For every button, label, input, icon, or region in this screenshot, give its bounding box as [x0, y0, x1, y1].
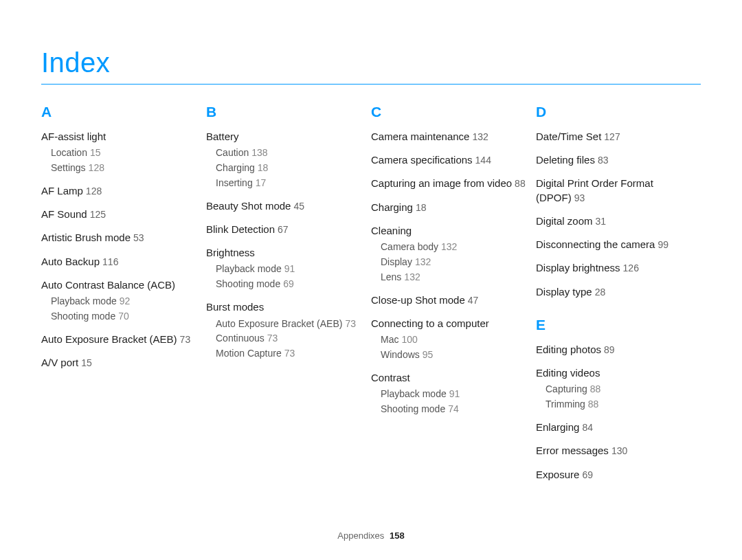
index-entry: Auto Backup116 [41, 255, 199, 269]
page: Index A AF-assist light Location15 Setti… [0, 0, 742, 560]
index-entry: Brightness [206, 246, 364, 260]
index-group: Camera specifications144 [371, 153, 529, 167]
index-group: Battery Caution138 Charging18 Inserting1… [206, 130, 364, 190]
index-entry: Camera specifications144 [371, 153, 529, 167]
footer-label: Appendixes [337, 530, 384, 541]
index-group: Artistic Brush mode53 [41, 231, 199, 245]
index-group: Charging18 [371, 201, 529, 214]
index-group: AF Sound125 [41, 208, 199, 221]
index-group: Disconnecting the camera99 [536, 238, 694, 251]
index-entry: Display type28 [536, 285, 694, 299]
index-group: Enlarging84 [536, 421, 694, 434]
index-group: Editing photos89 [536, 343, 694, 357]
index-entry: Charging18 [371, 201, 529, 214]
letter-heading: B [206, 104, 364, 120]
index-entry: Connecting to a computer [371, 317, 529, 331]
index-sub: Inserting17 [216, 177, 364, 190]
letter-heading: C [371, 104, 529, 120]
index-group: Editing videos Capturing88 Trimming88 [536, 366, 694, 411]
index-sub: Shooting mode74 [381, 403, 529, 416]
index-entry: Close-up Shot mode47 [371, 293, 529, 307]
index-entry: Editing photos89 [536, 343, 694, 357]
index-group: Deleting files83 [536, 153, 694, 167]
col-d-e: D Date/Time Set127 Deleting files83 Digi… [536, 104, 701, 491]
index-entry: Disconnecting the camera99 [536, 238, 694, 251]
index-entry: Artistic Brush mode53 [41, 231, 199, 245]
index-entry: Auto Contrast Balance (ACB) [41, 278, 199, 292]
index-group: Digital zoom31 [536, 214, 694, 228]
index-entry: Enlarging84 [536, 421, 694, 434]
index-sub: Shooting mode70 [51, 310, 199, 323]
index-sub: Trimming88 [546, 398, 694, 411]
index-columns: A AF-assist light Location15 Settings128… [41, 104, 701, 491]
index-sub: Windows95 [381, 348, 529, 361]
index-sub: Mac100 [381, 333, 529, 346]
index-sub: Settings128 [51, 161, 199, 175]
index-entry: Auto Exposure Bracket (AEB)73 [41, 333, 199, 346]
index-sub: Charging18 [216, 161, 364, 175]
index-group: Auto Contrast Balance (ACB) Playback mod… [41, 278, 199, 323]
index-group: Contrast Playback mode91 Shooting mode74 [371, 371, 529, 416]
index-entry: AF-assist light [41, 130, 199, 144]
index-entry: Exposure69 [536, 468, 694, 482]
index-group: Capturing an image from video88 [371, 177, 529, 190]
index-group: Auto Backup116 [41, 255, 199, 269]
index-group: Cleaning Camera body132 Display132 Lens1… [371, 224, 529, 284]
index-sub: Playback mode91 [216, 262, 364, 276]
index-group: Blink Detection67 [206, 223, 364, 236]
index-sub: Auto Exposure Bracket (AEB)73 [216, 317, 364, 331]
index-sub: Shooting mode69 [216, 278, 364, 291]
index-entry: Digital zoom31 [536, 214, 694, 228]
index-entry: Battery [206, 130, 364, 144]
index-group: Camera maintenance132 [371, 130, 529, 144]
col-a: A AF-assist light Location15 Settings128… [41, 104, 206, 491]
letter-heading: A [41, 104, 199, 120]
index-group: Date/Time Set127 [536, 130, 694, 144]
index-sub: Caution138 [216, 146, 364, 159]
index-sub: Lens132 [381, 271, 529, 284]
page-footer: Appendixes 158 [0, 530, 742, 541]
page-title: Index [41, 47, 701, 85]
index-entry: Beauty Shot mode45 [206, 199, 364, 213]
index-group: AF-assist light Location15 Settings128 [41, 130, 199, 175]
index-entry: Camera maintenance132 [371, 130, 529, 144]
index-entry: Capturing an image from video88 [371, 177, 529, 190]
index-entry: Blink Detection67 [206, 223, 364, 236]
index-sub: Camera body132 [381, 240, 529, 254]
index-group: Connecting to a computer Mac100 Windows9… [371, 317, 529, 361]
index-sub: Continuous73 [216, 332, 364, 345]
index-entry: Burst modes [206, 300, 364, 314]
index-entry: Deleting files83 [536, 153, 694, 167]
index-group: Display type28 [536, 285, 694, 299]
index-entry: A/V port15 [41, 356, 199, 370]
index-group: AF Lamp128 [41, 184, 199, 198]
index-sub: Capturing88 [546, 383, 694, 396]
index-sub: Motion Capture73 [216, 347, 364, 360]
index-sub: Display132 [381, 256, 529, 269]
index-entry: Date/Time Set127 [536, 130, 694, 144]
index-sub: Playback mode91 [381, 388, 529, 401]
index-entry: Digital Print Order Format (DPOF)93 [536, 177, 694, 205]
index-entry: Editing videos [536, 366, 694, 380]
col-b: B Battery Caution138 Charging18 Insertin… [206, 104, 371, 491]
index-group: Beauty Shot mode45 [206, 199, 364, 213]
index-group: Close-up Shot mode47 [371, 293, 529, 307]
index-group: Brightness Playback mode91 Shooting mode… [206, 246, 364, 291]
index-entry: Contrast [371, 371, 529, 385]
index-entry: AF Sound125 [41, 208, 199, 221]
index-group: Display brightness126 [536, 261, 694, 275]
index-group: Exposure69 [536, 468, 694, 482]
index-entry: Cleaning [371, 224, 529, 238]
index-entry: AF Lamp128 [41, 184, 199, 198]
index-sub: Playback mode92 [51, 295, 199, 308]
letter-heading: D [536, 104, 694, 120]
index-group: Auto Exposure Bracket (AEB)73 [41, 333, 199, 346]
index-group: Burst modes Auto Exposure Bracket (AEB)7… [206, 300, 364, 360]
col-c: C Camera maintenance132 Camera specifica… [371, 104, 536, 491]
index-sub: Location15 [51, 146, 199, 159]
index-entry: Display brightness126 [536, 261, 694, 275]
letter-heading: E [536, 317, 694, 333]
index-group: A/V port15 [41, 356, 199, 370]
index-group: Error messages130 [536, 444, 694, 458]
index-group: Digital Print Order Format (DPOF)93 [536, 177, 694, 205]
